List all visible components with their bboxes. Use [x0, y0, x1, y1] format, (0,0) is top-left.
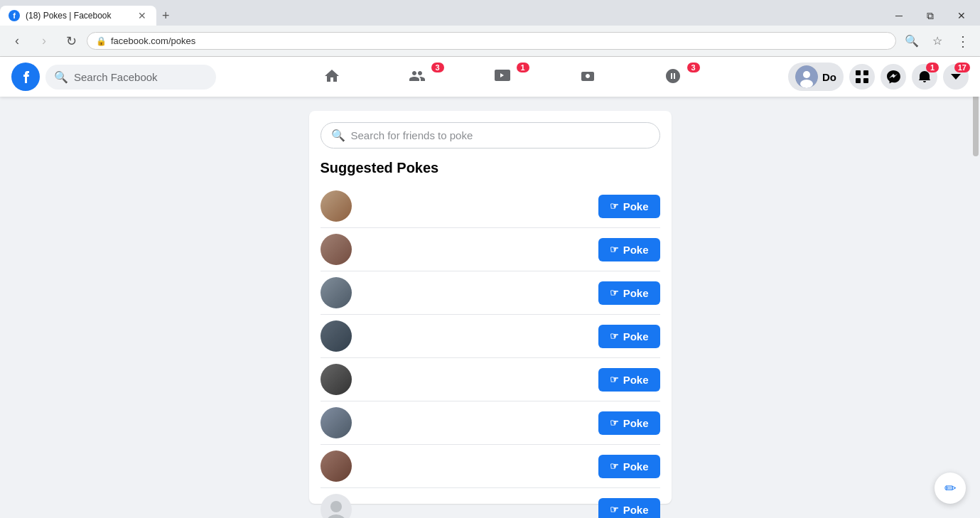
- poke-button[interactable]: ☞Poke: [598, 325, 660, 348]
- poke-icon: ☞: [610, 330, 619, 342]
- poke-avatar: [321, 190, 352, 222]
- tab-favicon: f: [9, 10, 20, 21]
- facebook-main: 🔍 Suggested Pokes ☞Poke☞Poke☞Poke☞Poke☞P…: [0, 97, 980, 518]
- active-tab[interactable]: f (18) Pokes | Facebook ✕: [0, 6, 156, 26]
- poke-icon: ☞: [610, 200, 619, 212]
- grid-icon: [855, 70, 869, 84]
- facebook-logo[interactable]: [11, 63, 40, 91]
- facebook-search-bar[interactable]: 🔍: [45, 65, 216, 90]
- pokes-page: 🔍 Suggested Pokes ☞Poke☞Poke☞Poke☞Poke☞P…: [0, 97, 980, 518]
- lock-icon: 🔒: [96, 36, 107, 46]
- profile-name: Do: [822, 71, 836, 83]
- facebook-nav: 3 1 3: [216, 60, 788, 94]
- notifications-button[interactable]: 1: [912, 64, 937, 90]
- poke-item: ☞Poke: [321, 271, 660, 315]
- svg-point-12: [321, 320, 352, 352]
- reload-button[interactable]: ↻: [60, 30, 82, 53]
- window-controls: ─ ⧉ ✕: [883, 6, 980, 26]
- nav-item-marketplace[interactable]: [548, 60, 628, 94]
- svg-point-10: [321, 234, 352, 265]
- svg-point-13: [321, 364, 352, 395]
- poke-button-label: Poke: [623, 287, 649, 299]
- poke-button-label: Poke: [623, 244, 649, 256]
- nav-item-watch[interactable]: 1: [463, 60, 542, 94]
- poke-avatar: [321, 494, 352, 518]
- poke-button[interactable]: ☞Poke: [598, 411, 660, 435]
- poke-button-label: Poke: [623, 417, 649, 429]
- svg-rect-7: [856, 78, 861, 83]
- poke-button[interactable]: ☞Poke: [598, 368, 660, 392]
- svg-point-4: [800, 80, 813, 88]
- poke-avatar: [321, 364, 352, 395]
- search-icon: 🔍: [54, 70, 68, 84]
- poke-button[interactable]: ☞Poke: [598, 498, 660, 519]
- friends-badge: 3: [431, 63, 444, 72]
- poke-button[interactable]: ☞Poke: [598, 281, 660, 305]
- restore-button[interactable]: ⧉: [915, 6, 946, 26]
- poke-avatar: [321, 234, 352, 265]
- pokes-search-input[interactable]: [351, 129, 650, 141]
- address-bar[interactable]: 🔒 facebook.com/pokes: [87, 32, 896, 50]
- svg-point-14: [321, 407, 352, 438]
- facebook-header: 🔍 3 1: [0, 57, 980, 97]
- svg-point-3: [803, 71, 810, 78]
- poke-item: ☞Poke: [321, 315, 660, 358]
- svg-point-15: [321, 450, 352, 482]
- svg-point-9: [321, 190, 352, 222]
- poke-button[interactable]: ☞Poke: [598, 455, 660, 478]
- minimize-button[interactable]: ─: [883, 6, 915, 26]
- account-button[interactable]: 17: [943, 64, 969, 90]
- pokes-search-bar[interactable]: 🔍: [321, 122, 660, 149]
- watch-icon: [494, 68, 511, 85]
- poke-avatar: [321, 277, 352, 308]
- poke-button[interactable]: ☞Poke: [598, 195, 660, 218]
- svg-rect-5: [856, 70, 861, 75]
- messenger-button[interactable]: [881, 64, 906, 90]
- poke-button-label: Poke: [623, 374, 649, 386]
- nav-item-home[interactable]: [292, 60, 372, 94]
- svg-point-11: [321, 277, 352, 308]
- groups-icon: [664, 68, 682, 85]
- pokes-search-icon: 🔍: [331, 129, 345, 142]
- poke-item: ☞Poke: [321, 488, 660, 518]
- poke-item: ☞Poke: [321, 358, 660, 401]
- messenger-icon: [886, 70, 900, 84]
- watch-badge: 1: [517, 63, 529, 72]
- search-input[interactable]: [74, 71, 202, 83]
- bookmark-button[interactable]: ☆: [926, 30, 949, 53]
- tab-close-button[interactable]: ✕: [136, 9, 148, 23]
- poke-icon: ☞: [610, 460, 619, 472]
- address-text: facebook.com/pokes: [111, 36, 887, 46]
- tab-title: (18) Pokes | Facebook: [26, 11, 131, 21]
- pokes-section-title: Suggested Pokes: [321, 160, 660, 176]
- friends-icon: [409, 68, 426, 85]
- svg-rect-6: [863, 70, 868, 75]
- compose-icon: ✏: [944, 480, 957, 497]
- browser-toolbar: ‹ › ↻ 🔒 facebook.com/pokes 🔍 ☆ ⋮: [0, 26, 980, 57]
- poke-item: ☞Poke: [321, 401, 660, 445]
- poke-icon: ☞: [610, 417, 619, 428]
- pokes-container: 🔍 Suggested Pokes ☞Poke☞Poke☞Poke☞Poke☞P…: [309, 111, 672, 504]
- poke-button[interactable]: ☞Poke: [598, 238, 660, 261]
- browser-tab-bar: f (18) Pokes | Facebook ✕ + ─ ⧉ ✕: [0, 0, 980, 26]
- scrollbar[interactable]: [971, 57, 980, 518]
- groups-badge: 3: [687, 63, 700, 72]
- poke-button-label: Poke: [623, 504, 649, 516]
- new-tab-button[interactable]: +: [156, 9, 176, 23]
- toolbar-icons: 🔍 ☆ ⋮: [900, 30, 974, 53]
- back-button[interactable]: ‹: [6, 30, 28, 53]
- browser-menu-button[interactable]: ⋮: [952, 30, 974, 53]
- browser-search-button[interactable]: 🔍: [900, 30, 923, 53]
- poke-list: ☞Poke☞Poke☞Poke☞Poke☞Poke☞Poke☞Poke☞Poke…: [321, 185, 660, 518]
- grid-menu-button[interactable]: [849, 64, 875, 90]
- forward-button[interactable]: ›: [33, 30, 55, 53]
- poke-item: ☞Poke: [321, 445, 660, 488]
- close-button[interactable]: ✕: [946, 6, 977, 26]
- nav-item-friends[interactable]: 3: [377, 60, 457, 94]
- nav-item-groups[interactable]: 3: [633, 60, 713, 94]
- chevron-down-icon: [950, 71, 962, 82]
- poke-item: ☞Poke: [321, 185, 660, 228]
- poke-item: ☞Poke: [321, 228, 660, 271]
- compose-button[interactable]: ✏: [935, 473, 966, 504]
- profile-button[interactable]: Do: [788, 63, 844, 91]
